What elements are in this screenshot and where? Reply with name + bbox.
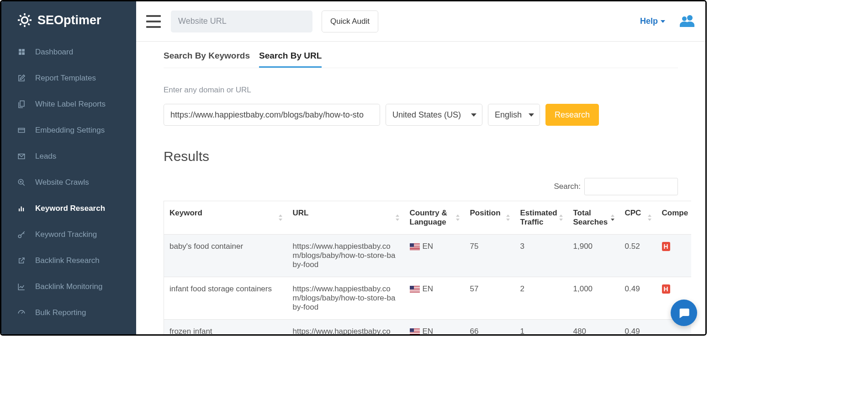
sidebar-item-bulk-reporting[interactable]: Bulk Reporting bbox=[1, 300, 136, 326]
table-row: baby's food container https://www.happie… bbox=[164, 235, 691, 277]
sidebar-item-label: Keyword Research bbox=[35, 204, 105, 213]
menu-toggle-icon[interactable] bbox=[146, 15, 161, 28]
cell-searches: 480 bbox=[568, 320, 619, 335]
line-chart-icon bbox=[17, 282, 26, 291]
sort-desc-icon bbox=[610, 214, 615, 221]
gauge-icon bbox=[17, 308, 26, 317]
chat-widget-button[interactable] bbox=[671, 300, 697, 326]
col-url[interactable]: URL bbox=[287, 201, 404, 235]
svg-rect-2 bbox=[22, 49, 25, 52]
svg-point-0 bbox=[21, 17, 28, 23]
svg-rect-15 bbox=[23, 208, 24, 211]
website-url-input[interactable] bbox=[171, 11, 312, 32]
table-search-label: Search: bbox=[554, 182, 581, 191]
col-competition[interactable]: Compe bbox=[656, 201, 691, 235]
logo-icon bbox=[16, 12, 33, 28]
sidebar-item-keyword-research[interactable]: Keyword Research bbox=[1, 195, 136, 221]
cell-keyword: frozen infant bbox=[164, 320, 287, 335]
cell-traffic: 1 bbox=[515, 320, 568, 335]
table-search-input[interactable] bbox=[584, 178, 678, 195]
results-table: Keyword URL Country & Language Position … bbox=[164, 201, 691, 334]
sidebar-item-backlink-research[interactable]: Backlink Research bbox=[1, 247, 136, 273]
help-label: Help bbox=[640, 16, 658, 26]
tab-search-by-url[interactable]: Search By URL bbox=[259, 51, 322, 68]
cell-searches: 1,000 bbox=[568, 277, 619, 320]
cell-traffic: 3 bbox=[515, 235, 568, 277]
users-icon[interactable] bbox=[679, 14, 695, 29]
search-row: United States (US) English Research bbox=[164, 104, 678, 126]
cell-searches: 1,900 bbox=[568, 235, 619, 277]
svg-point-17 bbox=[687, 15, 693, 21]
sidebar-item-website-crawls[interactable]: Website Crawls bbox=[1, 169, 136, 195]
competition-badge: H bbox=[662, 284, 670, 294]
sidebar-item-embedding-settings[interactable]: Embedding Settings bbox=[1, 117, 136, 143]
svg-point-18 bbox=[682, 16, 687, 21]
sort-icon bbox=[559, 214, 563, 221]
cell-country-language: EN bbox=[404, 320, 465, 335]
table-search-container: Search: bbox=[164, 178, 678, 195]
svg-rect-6 bbox=[18, 128, 25, 132]
col-country-language[interactable]: Country & Language bbox=[404, 201, 465, 235]
svg-rect-14 bbox=[21, 206, 22, 211]
dashboard-icon bbox=[17, 48, 26, 57]
domain-url-input[interactable] bbox=[164, 104, 380, 126]
us-flag-icon bbox=[410, 243, 420, 250]
sidebar-item-leads[interactable]: Leads bbox=[1, 143, 136, 169]
sort-icon bbox=[278, 214, 283, 221]
sidebar-item-backlink-monitoring[interactable]: Backlink Monitoring bbox=[1, 273, 136, 300]
cell-position: 57 bbox=[465, 277, 515, 320]
table-header-row: Keyword URL Country & Language Position … bbox=[164, 201, 691, 235]
logo[interactable]: SEOptimer bbox=[1, 1, 136, 39]
svg-rect-5 bbox=[20, 101, 24, 106]
tab-search-by-keywords[interactable]: Search By Keywords bbox=[164, 51, 250, 68]
cell-traffic: 2 bbox=[515, 277, 568, 320]
sidebar-item-keyword-tracking[interactable]: Keyword Tracking bbox=[1, 221, 136, 247]
competition-badge: H bbox=[662, 242, 670, 251]
language-select[interactable]: English bbox=[488, 104, 540, 126]
us-flag-icon bbox=[410, 286, 420, 293]
sidebar-item-dashboard[interactable]: Dashboard bbox=[1, 39, 136, 65]
header: Quick Audit Help bbox=[136, 1, 705, 42]
sidebar-item-label: Backlink Monitoring bbox=[35, 282, 102, 291]
bar-chart-icon bbox=[17, 204, 26, 213]
sidebar-item-report-templates[interactable]: Report Templates bbox=[1, 65, 136, 91]
cell-url: https://www.happiestbaby.com/blogs/baby/… bbox=[287, 235, 404, 277]
country-select-value: United States (US) bbox=[392, 110, 461, 120]
svg-rect-3 bbox=[19, 52, 21, 55]
cell-keyword: infant food storage containers bbox=[164, 277, 287, 320]
tabs: Search By Keywords Search By URL bbox=[164, 51, 678, 68]
sidebar-item-label: Dashboard bbox=[35, 48, 73, 57]
svg-rect-1 bbox=[19, 49, 21, 52]
cell-country-language: EN bbox=[404, 277, 465, 320]
us-flag-icon bbox=[410, 328, 420, 335]
chat-icon bbox=[677, 306, 690, 319]
sort-icon bbox=[506, 214, 510, 221]
cell-position: 75 bbox=[465, 235, 515, 277]
col-keyword[interactable]: Keyword bbox=[164, 201, 287, 235]
sidebar-item-label: Keyword Tracking bbox=[35, 230, 97, 239]
col-position[interactable]: Position bbox=[465, 201, 515, 235]
main: Quick Audit Help Search By Ke bbox=[136, 1, 705, 334]
quick-audit-button[interactable]: Quick Audit bbox=[322, 11, 378, 32]
chevron-down-icon bbox=[471, 113, 476, 117]
col-cpc[interactable]: CPC bbox=[619, 201, 656, 235]
research-button[interactable]: Research bbox=[545, 104, 599, 126]
language-select-value: English bbox=[495, 110, 522, 120]
sidebar-item-label: Bulk Reporting bbox=[35, 308, 86, 317]
svg-rect-4 bbox=[22, 52, 25, 55]
cell-country-language: EN bbox=[404, 235, 465, 277]
sidebar-item-label: Website Crawls bbox=[35, 178, 89, 187]
help-dropdown[interactable]: Help bbox=[640, 16, 665, 26]
cell-url: https://www.happiestbaby.com/blogs/baby/… bbox=[287, 320, 404, 335]
svg-line-10 bbox=[22, 183, 25, 186]
table-row: infant food storage containers https://w… bbox=[164, 277, 691, 320]
header-right: Help bbox=[640, 14, 695, 29]
table-row: frozen infant https://www.happiestbaby.c… bbox=[164, 320, 691, 335]
sidebar-nav: Dashboard Report Templates White Label R… bbox=[1, 39, 136, 326]
country-select[interactable]: United States (US) bbox=[386, 104, 482, 126]
svg-point-16 bbox=[18, 235, 21, 237]
key-icon bbox=[17, 230, 26, 239]
col-total-searches[interactable]: Total Searches bbox=[568, 201, 619, 235]
sidebar-item-white-label-reports[interactable]: White Label Reports bbox=[1, 91, 136, 117]
col-estimated-traffic[interactable]: Estimated Traffic bbox=[515, 201, 568, 235]
